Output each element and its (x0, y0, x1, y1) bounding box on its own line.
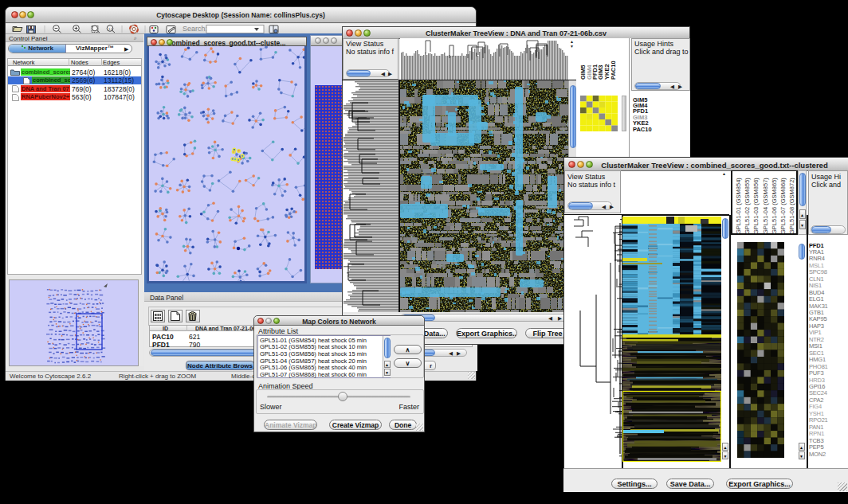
svg-text:1:1: 1:1 (108, 27, 113, 31)
svg-text:Search:: Search: (183, 25, 207, 33)
